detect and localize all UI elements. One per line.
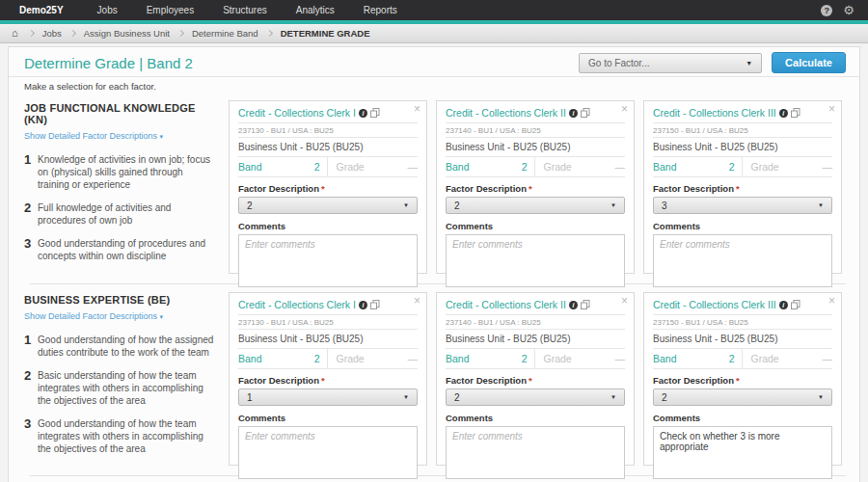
factor-value: 2 [662, 392, 667, 403]
home-icon[interactable]: ⌂ [12, 28, 18, 39]
breadcrumb-determine-band[interactable]: Determine Band [192, 28, 258, 39]
grade-cell: Grade — [743, 157, 833, 176]
band-grade-row: Band 2 Grade — [653, 349, 832, 369]
caret-down-icon: ▼ [403, 394, 409, 400]
page-subtitle: Make a selection for each factor. [9, 77, 859, 93]
info-icon[interactable]: i [569, 301, 578, 309]
label-text: Factor Description [653, 375, 734, 386]
level-text: Good understanding of procedures and con… [38, 237, 215, 262]
caret-down-icon: ▼ [746, 60, 752, 67]
goto-factor-select[interactable]: Go to Factor... ▼ [579, 53, 762, 73]
grade-value: — [408, 161, 419, 173]
nav-item-employees[interactable]: Employees [132, 0, 208, 20]
factor-value: 1 [247, 392, 253, 403]
nav-item-structures[interactable]: Structures [208, 0, 282, 20]
factor-description-label: Factor Description* [653, 375, 832, 386]
business-unit: Business Unit - BU25 (BU25) [238, 330, 418, 349]
job-card-clerk1: × Credit - Collections Clerk I i 237130 … [229, 292, 427, 466]
nav-item-reports[interactable]: Reports [349, 0, 412, 20]
breadcrumb-assign-business-unit[interactable]: Assign Business Unit [84, 28, 170, 39]
factor-value: 3 [662, 201, 667, 211]
job-title-link[interactable]: Credit - Collections Clerk I [238, 107, 356, 119]
factor-descriptions-column: JOB FUNCTIONAL KNOWLEDGE (KN) Show Detai… [24, 100, 229, 274]
band-label: Band [446, 161, 470, 173]
show-detailed-descriptions-link[interactable]: Show Detailed Factor Descriptions ▾ [24, 131, 163, 141]
comments-textarea[interactable] [446, 234, 625, 287]
band-label: Band [238, 353, 262, 364]
info-icon[interactable]: i [569, 109, 578, 118]
band-grade-row: Band 2 Grade — [446, 349, 625, 369]
factor-description-select[interactable]: 2 ▼ [446, 388, 625, 406]
copy-icon[interactable] [370, 300, 380, 309]
copy-icon[interactable] [581, 108, 590, 118]
copy-icon[interactable] [791, 300, 800, 309]
calculate-button[interactable]: Calculate [772, 52, 846, 73]
comments-textarea[interactable] [653, 234, 832, 287]
job-code: 237130 - BU1 / USA : BU25 [238, 123, 418, 138]
band-value: 2 [314, 353, 320, 364]
nav-item-jobs[interactable]: Jobs [83, 0, 132, 20]
business-unit: Business Unit - BU25 (BU25) [653, 330, 832, 349]
copy-icon[interactable] [370, 108, 380, 118]
band-label: Band [653, 353, 677, 364]
grade-label: Grade [337, 353, 365, 364]
info-icon[interactable]: i [359, 301, 367, 309]
factor-description-select[interactable]: 2 ▼ [238, 197, 418, 214]
comments-textarea[interactable] [238, 234, 418, 287]
job-cards: × Credit - Collections Clerk I i 237130 … [229, 100, 842, 274]
comments-label: Comments [446, 221, 625, 231]
info-icon[interactable]: i [779, 109, 788, 118]
close-icon[interactable]: × [621, 294, 628, 308]
comments-textarea[interactable]: Check on whether 3 is more appropriate [653, 426, 832, 479]
grade-label: Grade [337, 161, 365, 173]
grade-cell: Grade — [328, 349, 419, 368]
info-icon[interactable]: i [779, 301, 788, 309]
level-number: 2 [24, 201, 38, 227]
comments-label: Comments [653, 413, 832, 423]
close-icon[interactable]: × [828, 102, 835, 116]
level-text: Good understanding of how the team integ… [38, 417, 215, 455]
level-text: Full knowledge of activities and procedu… [38, 201, 215, 227]
job-title-link[interactable]: Credit - Collections Clerk III [653, 107, 776, 119]
comments-textarea[interactable] [446, 426, 625, 479]
grade-label: Grade [751, 161, 779, 173]
grade-cell: Grade — [743, 349, 833, 368]
factor-descriptions-column: BUSINESS EXPERTISE (BE) Show Detailed Fa… [24, 292, 229, 466]
job-title-link[interactable]: Credit - Collections Clerk I [238, 299, 356, 310]
grade-cell: Grade — [328, 157, 419, 176]
card-header: Credit - Collections Clerk II i [446, 107, 625, 123]
chevron-right-icon [28, 30, 35, 37]
comments-label: Comments [653, 221, 832, 231]
level-text: Basic understanding of how the team inte… [38, 369, 215, 407]
chevron-right-icon [266, 30, 273, 37]
band-value: 2 [729, 353, 735, 364]
job-title-link[interactable]: Credit - Collections Clerk II [446, 299, 566, 310]
factor-description-select[interactable]: 2 ▼ [446, 197, 625, 214]
factor-description-label: Factor Description* [238, 375, 418, 386]
nav-item-analytics[interactable]: Analytics [282, 0, 349, 20]
gear-icon[interactable]: ⚙ [843, 4, 854, 16]
close-icon[interactable]: × [828, 294, 835, 308]
factor-description-select[interactable]: 2 ▼ [653, 388, 832, 406]
close-icon[interactable]: × [621, 102, 628, 116]
copy-icon[interactable] [581, 300, 590, 309]
factor-level-item: 1 Good understanding of how the assigned… [24, 334, 215, 359]
job-title-link[interactable]: Credit - Collections Clerk III [653, 299, 776, 310]
job-code: 237150 - BU1 / USA : BU25 [653, 123, 832, 138]
section-business-expertise: BUSINESS EXPERTISE (BE) Show Detailed Fa… [9, 284, 859, 475]
close-icon[interactable]: × [414, 294, 420, 308]
show-detailed-descriptions-link[interactable]: Show Detailed Factor Descriptions ▾ [24, 311, 163, 321]
close-icon[interactable]: × [414, 102, 420, 116]
info-icon[interactable]: i [359, 109, 367, 118]
help-icon[interactable]: ? [821, 5, 832, 16]
chevron-right-icon [177, 30, 184, 37]
nav-brand[interactable]: Demo25Y [0, 0, 83, 20]
copy-icon[interactable] [791, 108, 800, 118]
job-title-link[interactable]: Credit - Collections Clerk II [446, 107, 566, 119]
comments-textarea[interactable] [238, 426, 418, 479]
goto-factor-value: Go to Factor... [588, 58, 649, 68]
factor-description-select[interactable]: 1 ▼ [238, 388, 418, 406]
breadcrumb-jobs[interactable]: Jobs [42, 28, 62, 39]
factor-description-select[interactable]: 3 ▼ [653, 197, 832, 214]
business-unit: Business Unit - BU25 (BU25) [446, 138, 625, 157]
